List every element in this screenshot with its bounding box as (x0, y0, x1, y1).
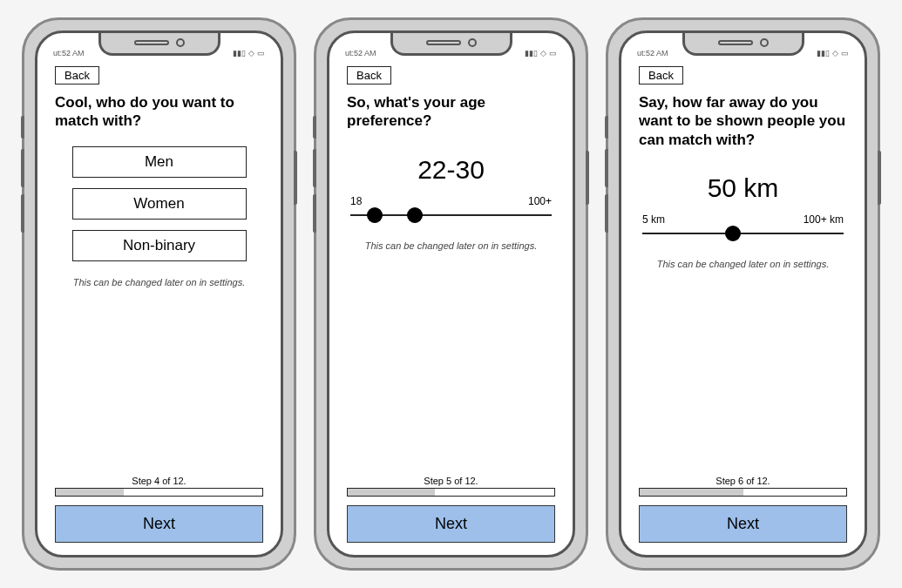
content-area: Back Cool, who do you want to match with… (37, 59, 281, 555)
progress-fill (640, 489, 743, 496)
screen: ut:52 AM ▮▮▯ ◇ ▭ Back So, what's your ag… (327, 30, 575, 558)
screen: ut:52 AM ▮▮▯ ◇ ▭ Back Say, how far away … (619, 30, 867, 558)
progress-bar (55, 488, 263, 497)
question-text: Say, how far away do you want to be show… (639, 93, 847, 149)
back-button[interactable]: Back (55, 66, 99, 84)
hint-text: This can be changed later on in settings… (347, 240, 555, 251)
notch (98, 31, 220, 56)
back-button[interactable]: Back (639, 66, 683, 84)
phone-frame: ut:52 AM ▮▮▯ ◇ ▭ Back Say, how far away … (606, 17, 880, 571)
step-label: Step 4 of 12. (55, 476, 263, 486)
content-area: Back So, what's your age preference? 22-… (329, 59, 573, 555)
status-icons: ▮▮▯ ◇ ▭ (525, 49, 557, 57)
slider-track[interactable] (642, 233, 844, 234)
side-button (313, 194, 316, 233)
option-men[interactable]: Men (72, 146, 247, 178)
side-button (605, 194, 608, 233)
slider-max-label: 100+ km (804, 213, 844, 226)
status-icons: ▮▮▯ ◇ ▭ (233, 49, 265, 57)
signal-icon: ▮▮▯ (525, 49, 538, 57)
camera-icon (176, 38, 185, 47)
status-time: ut:52 AM (345, 49, 376, 57)
back-button[interactable]: Back (347, 66, 391, 84)
wifi-icon: ◇ (540, 49, 546, 57)
battery-icon: ▭ (549, 49, 557, 57)
bottom-area: Step 5 of 12. Next (347, 476, 555, 555)
notch (682, 31, 804, 56)
wifi-icon: ◇ (832, 49, 838, 57)
phone-frame: ut:52 AM ▮▮▯ ◇ ▭ Back So, what's your ag… (314, 17, 588, 571)
question-text: Cool, who do you want to match with? (55, 93, 263, 131)
option-women[interactable]: Women (72, 188, 247, 220)
progress-fill (56, 489, 124, 496)
side-button (313, 116, 316, 139)
wifi-icon: ◇ (248, 49, 254, 57)
camera-icon (468, 38, 477, 47)
hint-text: This can be changed later on in settings… (55, 277, 263, 287)
screen: ut:52 AM ▮▮▯ ◇ ▭ Back Cool, who do you w… (35, 30, 283, 558)
slider-min-label: 5 km (642, 213, 665, 226)
content-area: Back Say, how far away do you want to be… (621, 59, 865, 555)
bottom-area: Step 6 of 12. Next (639, 476, 847, 555)
slider-knob-min[interactable] (367, 207, 383, 223)
side-button (21, 194, 24, 233)
slider-min-label: 18 (350, 195, 362, 207)
side-button (586, 151, 589, 205)
status-time: ut:52 AM (637, 49, 668, 57)
next-button[interactable]: Next (639, 505, 847, 543)
slider-labels: 5 km 100+ km (642, 213, 844, 226)
side-button (21, 149, 24, 187)
distance-value: 50 km (639, 173, 847, 203)
status-time: ut:52 AM (53, 49, 85, 57)
notch (390, 31, 512, 56)
progress-bar (347, 488, 555, 497)
distance-slider[interactable]: 5 km 100+ km (639, 213, 847, 248)
signal-icon: ▮▮▯ (233, 49, 246, 57)
next-button[interactable]: Next (55, 505, 263, 543)
phone-frame: ut:52 AM ▮▮▯ ◇ ▭ Back Cool, who do you w… (22, 17, 296, 571)
side-button (878, 151, 881, 205)
slider-labels: 18 100+ (350, 195, 552, 207)
slider-max-label: 100+ (528, 195, 552, 207)
slider-track[interactable] (350, 214, 552, 216)
battery-icon: ▭ (841, 49, 849, 57)
camera-icon (760, 38, 769, 47)
next-button[interactable]: Next (347, 505, 555, 543)
signal-icon: ▮▮▯ (817, 49, 830, 57)
status-icons: ▮▮▯ ◇ ▭ (817, 49, 849, 57)
step-label: Step 6 of 12. (639, 476, 847, 486)
side-button (605, 116, 608, 139)
step-label: Step 5 of 12. (347, 476, 555, 486)
speaker-icon (134, 40, 169, 45)
option-group: Men Women Non-binary (55, 146, 263, 261)
speaker-icon (426, 40, 461, 45)
age-range-value: 22-30 (347, 155, 555, 185)
side-button (313, 149, 316, 187)
age-slider[interactable]: 18 100+ (347, 195, 555, 230)
question-text: So, what's your age preference? (347, 93, 555, 131)
slider-knob[interactable] (725, 226, 741, 241)
progress-bar (639, 488, 847, 497)
side-button (605, 149, 608, 187)
side-button (294, 151, 297, 205)
speaker-icon (718, 40, 753, 45)
option-nonbinary[interactable]: Non-binary (72, 230, 247, 261)
slider-knob-max[interactable] (407, 207, 423, 223)
progress-fill (348, 489, 435, 496)
side-button (21, 116, 24, 139)
hint-text: This can be changed later on in settings… (639, 259, 847, 269)
battery-icon: ▭ (257, 49, 265, 57)
bottom-area: Step 4 of 12. Next (55, 476, 263, 555)
